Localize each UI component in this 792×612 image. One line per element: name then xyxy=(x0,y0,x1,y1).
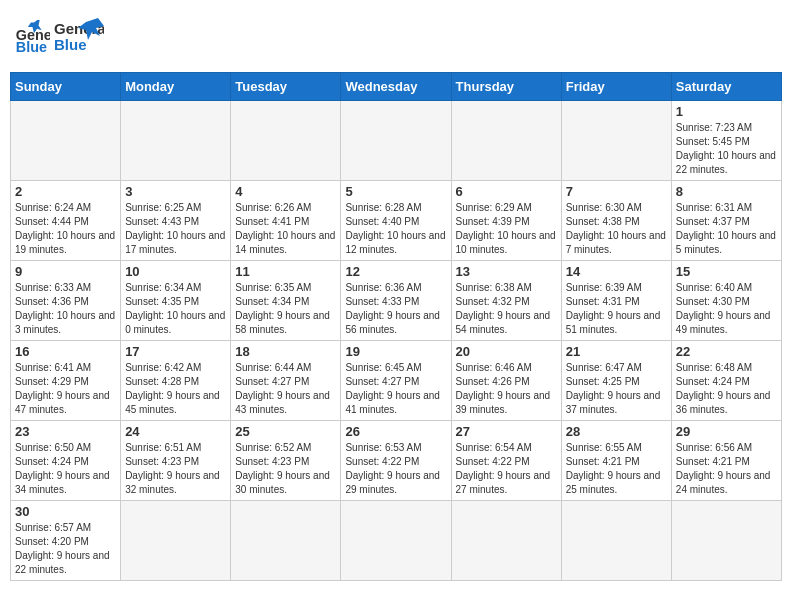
calendar-cell xyxy=(451,501,561,581)
day-number: 3 xyxy=(125,184,226,199)
calendar-cell: 24Sunrise: 6:51 AM Sunset: 4:23 PM Dayli… xyxy=(121,421,231,501)
day-number: 14 xyxy=(566,264,667,279)
day-info: Sunrise: 6:52 AM Sunset: 4:23 PM Dayligh… xyxy=(235,441,336,497)
day-info: Sunrise: 6:51 AM Sunset: 4:23 PM Dayligh… xyxy=(125,441,226,497)
day-number: 2 xyxy=(15,184,116,199)
calendar-cell: 16Sunrise: 6:41 AM Sunset: 4:29 PM Dayli… xyxy=(11,341,121,421)
calendar-week-row: 23Sunrise: 6:50 AM Sunset: 4:24 PM Dayli… xyxy=(11,421,782,501)
logo-icon: General Blue xyxy=(14,20,50,56)
day-number: 19 xyxy=(345,344,446,359)
calendar-cell xyxy=(121,501,231,581)
day-info: Sunrise: 6:25 AM Sunset: 4:43 PM Dayligh… xyxy=(125,201,226,257)
calendar-cell xyxy=(671,501,781,581)
calendar-cell xyxy=(341,501,451,581)
weekday-header-row: SundayMondayTuesdayWednesdayThursdayFrid… xyxy=(11,73,782,101)
day-number: 6 xyxy=(456,184,557,199)
day-info: Sunrise: 6:42 AM Sunset: 4:28 PM Dayligh… xyxy=(125,361,226,417)
calendar-cell: 26Sunrise: 6:53 AM Sunset: 4:22 PM Dayli… xyxy=(341,421,451,501)
calendar-week-row: 9Sunrise: 6:33 AM Sunset: 4:36 PM Daylig… xyxy=(11,261,782,341)
day-info: Sunrise: 6:33 AM Sunset: 4:36 PM Dayligh… xyxy=(15,281,116,337)
day-info: Sunrise: 6:39 AM Sunset: 4:31 PM Dayligh… xyxy=(566,281,667,337)
calendar-cell: 8Sunrise: 6:31 AM Sunset: 4:37 PM Daylig… xyxy=(671,181,781,261)
day-info: Sunrise: 6:35 AM Sunset: 4:34 PM Dayligh… xyxy=(235,281,336,337)
calendar-cell: 6Sunrise: 6:29 AM Sunset: 4:39 PM Daylig… xyxy=(451,181,561,261)
day-number: 25 xyxy=(235,424,336,439)
day-info: Sunrise: 6:46 AM Sunset: 4:26 PM Dayligh… xyxy=(456,361,557,417)
calendar-cell: 20Sunrise: 6:46 AM Sunset: 4:26 PM Dayli… xyxy=(451,341,561,421)
day-info: Sunrise: 6:45 AM Sunset: 4:27 PM Dayligh… xyxy=(345,361,446,417)
calendar-cell: 19Sunrise: 6:45 AM Sunset: 4:27 PM Dayli… xyxy=(341,341,451,421)
calendar-cell: 27Sunrise: 6:54 AM Sunset: 4:22 PM Dayli… xyxy=(451,421,561,501)
day-number: 23 xyxy=(15,424,116,439)
logo: General Blue General Blue xyxy=(14,16,104,60)
weekday-header-wednesday: Wednesday xyxy=(341,73,451,101)
day-info: Sunrise: 6:36 AM Sunset: 4:33 PM Dayligh… xyxy=(345,281,446,337)
day-number: 8 xyxy=(676,184,777,199)
weekday-header-monday: Monday xyxy=(121,73,231,101)
calendar-cell: 10Sunrise: 6:34 AM Sunset: 4:35 PM Dayli… xyxy=(121,261,231,341)
calendar-cell: 29Sunrise: 6:56 AM Sunset: 4:21 PM Dayli… xyxy=(671,421,781,501)
calendar-cell: 4Sunrise: 6:26 AM Sunset: 4:41 PM Daylig… xyxy=(231,181,341,261)
day-info: Sunrise: 6:41 AM Sunset: 4:29 PM Dayligh… xyxy=(15,361,116,417)
day-number: 28 xyxy=(566,424,667,439)
day-number: 30 xyxy=(15,504,116,519)
day-number: 10 xyxy=(125,264,226,279)
calendar-cell: 21Sunrise: 6:47 AM Sunset: 4:25 PM Dayli… xyxy=(561,341,671,421)
day-number: 27 xyxy=(456,424,557,439)
day-info: Sunrise: 6:44 AM Sunset: 4:27 PM Dayligh… xyxy=(235,361,336,417)
day-number: 15 xyxy=(676,264,777,279)
day-info: Sunrise: 6:56 AM Sunset: 4:21 PM Dayligh… xyxy=(676,441,777,497)
day-number: 1 xyxy=(676,104,777,119)
day-info: Sunrise: 6:40 AM Sunset: 4:30 PM Dayligh… xyxy=(676,281,777,337)
day-number: 4 xyxy=(235,184,336,199)
calendar-cell: 13Sunrise: 6:38 AM Sunset: 4:32 PM Dayli… xyxy=(451,261,561,341)
day-info: Sunrise: 6:24 AM Sunset: 4:44 PM Dayligh… xyxy=(15,201,116,257)
calendar-cell: 15Sunrise: 6:40 AM Sunset: 4:30 PM Dayli… xyxy=(671,261,781,341)
calendar-cell xyxy=(11,101,121,181)
calendar-cell xyxy=(561,501,671,581)
calendar-cell xyxy=(451,101,561,181)
day-info: Sunrise: 6:29 AM Sunset: 4:39 PM Dayligh… xyxy=(456,201,557,257)
day-number: 16 xyxy=(15,344,116,359)
day-info: Sunrise: 6:57 AM Sunset: 4:20 PM Dayligh… xyxy=(15,521,116,577)
generalblue-logo-svg: General Blue xyxy=(54,16,104,60)
day-info: Sunrise: 6:50 AM Sunset: 4:24 PM Dayligh… xyxy=(15,441,116,497)
calendar-cell xyxy=(341,101,451,181)
weekday-header-friday: Friday xyxy=(561,73,671,101)
day-number: 24 xyxy=(125,424,226,439)
calendar-cell: 22Sunrise: 6:48 AM Sunset: 4:24 PM Dayli… xyxy=(671,341,781,421)
day-number: 9 xyxy=(15,264,116,279)
day-number: 17 xyxy=(125,344,226,359)
calendar-cell xyxy=(121,101,231,181)
day-number: 13 xyxy=(456,264,557,279)
day-number: 11 xyxy=(235,264,336,279)
day-number: 29 xyxy=(676,424,777,439)
weekday-header-saturday: Saturday xyxy=(671,73,781,101)
svg-text:Blue: Blue xyxy=(54,36,87,53)
day-info: Sunrise: 6:31 AM Sunset: 4:37 PM Dayligh… xyxy=(676,201,777,257)
day-info: Sunrise: 6:26 AM Sunset: 4:41 PM Dayligh… xyxy=(235,201,336,257)
day-info: Sunrise: 6:54 AM Sunset: 4:22 PM Dayligh… xyxy=(456,441,557,497)
day-info: Sunrise: 7:23 AM Sunset: 5:45 PM Dayligh… xyxy=(676,121,777,177)
day-info: Sunrise: 6:28 AM Sunset: 4:40 PM Dayligh… xyxy=(345,201,446,257)
day-number: 5 xyxy=(345,184,446,199)
day-info: Sunrise: 6:53 AM Sunset: 4:22 PM Dayligh… xyxy=(345,441,446,497)
calendar-cell: 17Sunrise: 6:42 AM Sunset: 4:28 PM Dayli… xyxy=(121,341,231,421)
calendar-week-row: 30Sunrise: 6:57 AM Sunset: 4:20 PM Dayli… xyxy=(11,501,782,581)
calendar-cell: 5Sunrise: 6:28 AM Sunset: 4:40 PM Daylig… xyxy=(341,181,451,261)
day-number: 26 xyxy=(345,424,446,439)
svg-text:Blue: Blue xyxy=(16,39,47,55)
calendar-table: SundayMondayTuesdayWednesdayThursdayFrid… xyxy=(10,72,782,581)
day-info: Sunrise: 6:30 AM Sunset: 4:38 PM Dayligh… xyxy=(566,201,667,257)
calendar-cell: 28Sunrise: 6:55 AM Sunset: 4:21 PM Dayli… xyxy=(561,421,671,501)
calendar-cell: 7Sunrise: 6:30 AM Sunset: 4:38 PM Daylig… xyxy=(561,181,671,261)
calendar-cell: 1Sunrise: 7:23 AM Sunset: 5:45 PM Daylig… xyxy=(671,101,781,181)
weekday-header-sunday: Sunday xyxy=(11,73,121,101)
calendar-cell: 9Sunrise: 6:33 AM Sunset: 4:36 PM Daylig… xyxy=(11,261,121,341)
calendar-cell: 12Sunrise: 6:36 AM Sunset: 4:33 PM Dayli… xyxy=(341,261,451,341)
day-number: 18 xyxy=(235,344,336,359)
calendar-cell: 14Sunrise: 6:39 AM Sunset: 4:31 PM Dayli… xyxy=(561,261,671,341)
day-number: 21 xyxy=(566,344,667,359)
day-info: Sunrise: 6:38 AM Sunset: 4:32 PM Dayligh… xyxy=(456,281,557,337)
day-number: 22 xyxy=(676,344,777,359)
